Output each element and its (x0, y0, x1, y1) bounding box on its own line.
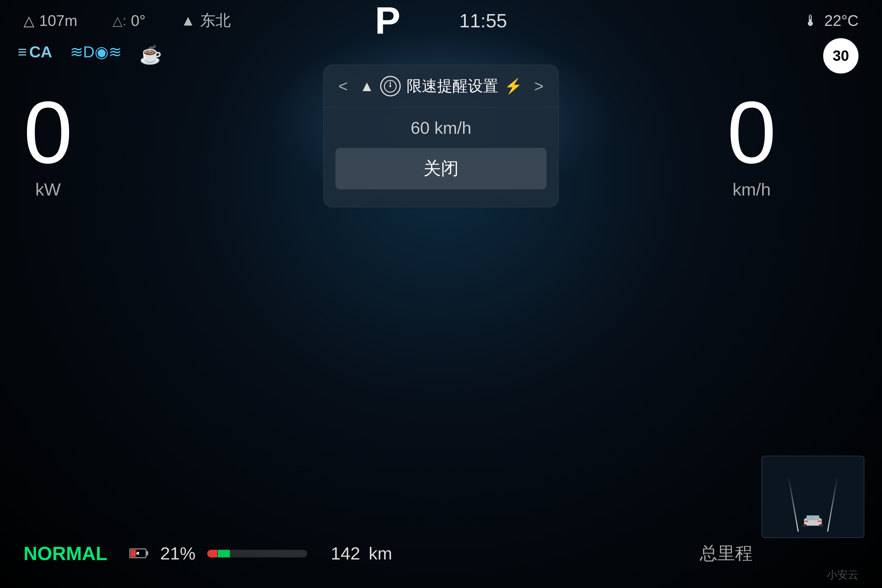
gear-display: P (375, 2, 400, 40)
headlight-ca-indicator: ≡ CA (18, 43, 52, 61)
car-icon (801, 513, 825, 527)
svg-rect-5 (802, 524, 807, 526)
slope-icon: △: (112, 13, 126, 28)
headlight-lines-icon: ≡ (18, 43, 27, 61)
range-number: 142 (331, 544, 360, 563)
fog-light-indicator: ≋D◉≋ (70, 43, 122, 61)
speedometer-icon (384, 80, 397, 93)
temperature-icon: 🌡 (803, 12, 819, 29)
battery-section: 21% 142 km (129, 543, 392, 564)
range-value: 142 km (331, 543, 392, 564)
altitude-value: 107m (39, 12, 77, 29)
slope-value: 0° (131, 12, 146, 29)
svg-rect-7 (807, 516, 812, 519)
modal-prev-button[interactable]: < (336, 74, 351, 99)
modal-option-close[interactable]: 关闭 (336, 148, 546, 189)
battery-svg-icon (129, 547, 148, 560)
speed-limit-value: 30 (832, 47, 849, 64)
svg-rect-6 (819, 524, 823, 526)
ca-text: CA (29, 43, 52, 61)
range-unit: km (369, 544, 392, 563)
speed-reminder-modal: < ▲ 限速提醒设置 ⚡ > 60 km/h 关闭 (323, 64, 559, 207)
top-bar: △ 107m △: 0° ▲ 东北 P 11:55 🌡 22°C (0, 0, 882, 41)
lane-lines (762, 456, 864, 531)
altitude-display: △ 107m (24, 12, 77, 29)
temperature-value: 22°C (824, 12, 858, 29)
watermark-text: 小安云 (827, 568, 858, 580)
left-gauge-value: 0 (24, 88, 73, 176)
modal-header: < ▲ 限速提醒设置 ⚡ > (324, 65, 558, 108)
modal-header-content: ▲ 限速提醒设置 ⚡ (360, 76, 522, 96)
right-gauge-unit: km/h (727, 179, 776, 200)
svg-rect-9 (805, 520, 808, 522)
battery-bar (207, 550, 307, 557)
odometer-label: 总里程 (700, 543, 753, 563)
battery-icon (129, 544, 148, 563)
svg-rect-8 (814, 516, 819, 519)
coffee-icon: ☕ (140, 44, 162, 64)
modal-nav-up-icon: ▲ (360, 78, 374, 94)
top-bar-left: △ 107m △: 0° ▲ 东北 (24, 10, 231, 31)
modal-settings-icon: ⚡ (504, 78, 522, 94)
left-gauge-unit: kW (24, 179, 73, 200)
slope-display: △: 0° (112, 12, 146, 29)
odometer-section: 总里程 (700, 542, 753, 566)
lane-left-line (788, 476, 799, 532)
battery-bar-red-segment (207, 550, 217, 557)
drive-mode-label: NORMAL (24, 542, 112, 564)
watermark: 小安云 (827, 568, 858, 582)
modal-speed-value: 60 km/h (324, 108, 558, 145)
direction-value: 东北 (200, 10, 231, 31)
svg-point-2 (390, 85, 392, 87)
speed-limit-badge: 30 (823, 38, 858, 74)
svg-rect-10 (818, 520, 821, 522)
modal-title: 限速提醒设置 (406, 76, 498, 96)
modal-option-close-label: 关闭 (423, 159, 459, 178)
right-gauge-value: 0 (727, 88, 776, 176)
top-bar-center: P 11:55 (375, 2, 507, 40)
dashboard: △ 107m △: 0° ▲ 东北 P 11:55 🌡 22°C ≡ CA (0, 0, 882, 588)
coffee-indicator: ☕ (140, 44, 162, 65)
speed-limit-modal-icon (380, 76, 401, 96)
bottom-bar: NORMAL 21% 142 (0, 542, 882, 564)
altitude-icon: △ (24, 12, 34, 29)
icon-bar: ≡ CA ≋D◉≋ ☕ (18, 38, 162, 65)
fog-light-icon: ≋D◉≋ (70, 43, 122, 61)
svg-rect-12 (146, 551, 148, 555)
modal-next-button[interactable]: > (531, 74, 546, 99)
time-display: 11:55 (459, 10, 507, 32)
lane-car (801, 513, 825, 527)
battery-bar-green-segment (218, 550, 230, 557)
battery-percent-value: 21% (160, 543, 195, 564)
direction-display: ▲ 东北 (181, 10, 231, 31)
lane-assist-view (762, 456, 864, 538)
left-gauge: 0 kW (24, 88, 73, 200)
direction-nav-icon: ▲ (181, 12, 195, 29)
lane-right-line (827, 476, 838, 532)
right-gauge: 0 km/h (727, 88, 776, 200)
top-bar-right: 🌡 22°C (803, 12, 858, 29)
